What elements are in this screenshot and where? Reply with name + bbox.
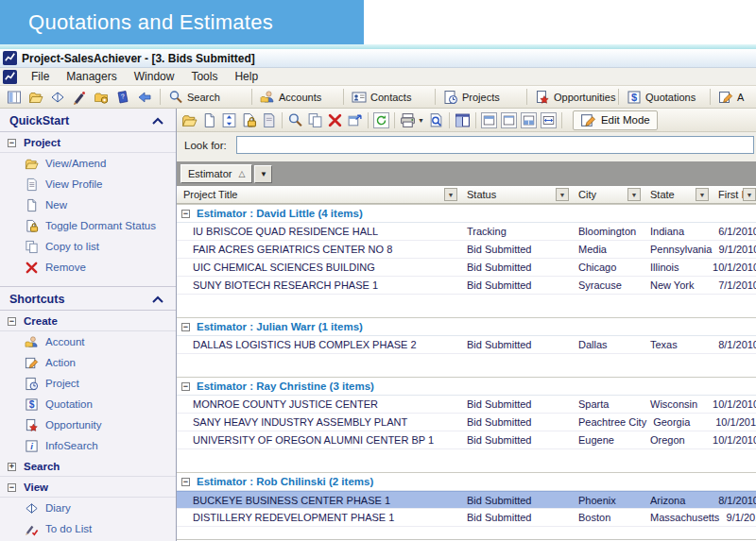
- export-icon[interactable]: [347, 112, 363, 128]
- group-by-estimator-button[interactable]: Estimator △: [180, 164, 252, 183]
- group-header[interactable]: −Estimator : Ray Christine (3 items): [177, 377, 756, 396]
- collapse-icon[interactable]: −: [181, 323, 190, 331]
- view-columns-icon[interactable]: [7, 90, 22, 105]
- printer-icon[interactable]: [400, 112, 416, 128]
- doc-lock-icon[interactable]: [241, 112, 257, 128]
- menu-item-tools[interactable]: Tools: [182, 68, 226, 86]
- collapse-icon[interactable]: −: [8, 317, 16, 326]
- panel-header-shortcuts[interactable]: Shortcuts: [0, 287, 176, 311]
- collapse-icon[interactable]: −: [8, 483, 16, 492]
- collapse-icon[interactable]: −: [181, 478, 190, 486]
- section-header-project[interactable]: −Project: [0, 132, 176, 153]
- column-header-first-inv[interactable]: First Inv▼: [712, 186, 756, 203]
- expand-icon[interactable]: +: [8, 463, 16, 471]
- search-icon[interactable]: [287, 112, 303, 128]
- table-row[interactable]: SANY HEAVY INDUSTRY ASSEMBLY PLANTBid Su…: [177, 414, 756, 431]
- column-filter-button[interactable]: ▼: [627, 188, 641, 201]
- collapse-icon[interactable]: −: [8, 139, 16, 147]
- copy-icon[interactable]: [307, 112, 323, 128]
- table-row[interactable]: DALLAS LOGISTICS HUB COMPLEX PHASE 2Bid …: [177, 336, 756, 354]
- folder-options-icon[interactable]: [94, 90, 109, 105]
- sidebar-item-project[interactable]: Project: [0, 373, 176, 394]
- group-header[interactable]: −Estimator : David Little (4 items): [177, 204, 756, 223]
- sidebar-item-to-do-list[interactable]: To do List: [0, 518, 176, 539]
- table-row[interactable]: FAIR ACRES GERIATRICS CENTER NO 8Bid Sub…: [177, 241, 756, 259]
- section-header-view[interactable]: −View: [0, 477, 176, 498]
- sidebar-item-view-amend[interactable]: View/Amend: [0, 153, 176, 174]
- lookfor-input[interactable]: [236, 136, 754, 154]
- column-filter-button[interactable]: ▼: [696, 188, 709, 201]
- panel-header-quickstart[interactable]: QuickStart: [0, 109, 176, 132]
- ink-pen-icon[interactable]: [72, 90, 87, 105]
- columns-view-icon[interactable]: [455, 112, 471, 128]
- sidebar-item-quotation[interactable]: $Quotation: [0, 394, 176, 414]
- printer-dropdown-caret[interactable]: ▼: [418, 117, 424, 124]
- diary-icon[interactable]: [50, 90, 65, 105]
- menubar: FileManagersWindowToolsHelp: [0, 68, 756, 86]
- doc-updown-icon[interactable]: [221, 112, 237, 128]
- menu-item-help[interactable]: Help: [226, 68, 266, 86]
- column-header-city[interactable]: City▼: [572, 186, 644, 203]
- column-header-status[interactable]: Status▼: [460, 186, 572, 203]
- column-filter-button[interactable]: ▼: [556, 188, 569, 201]
- toolbar-button-opportunities[interactable]: Opportunities: [528, 86, 617, 108]
- sidebar-item-diary[interactable]: Diary: [0, 498, 176, 518]
- doc-plain-icon[interactable]: [261, 112, 277, 128]
- sidebar-item-action[interactable]: Action: [0, 352, 176, 373]
- folder-open-icon[interactable]: [181, 112, 198, 128]
- sidebar-item-copy-to-list[interactable]: Copy to list: [0, 236, 176, 257]
- delete-icon[interactable]: [327, 112, 343, 128]
- layout-split-icon[interactable]: [521, 112, 537, 128]
- table-row[interactable]: SUNY BIOTECH RESEARCH PHASE 1Bid Submitt…: [177, 277, 756, 295]
- menu-item-managers[interactable]: Managers: [58, 68, 125, 86]
- table-row[interactable]: DISTILLERY REDEVELOPMENT PHASE 1Bid Subm…: [177, 509, 756, 527]
- group-header[interactable]: −Estimator : Julian Warr (1 items): [177, 317, 756, 336]
- edit-mode-button[interactable]: Edit Mode: [573, 110, 658, 130]
- preview-icon[interactable]: [428, 112, 444, 128]
- chevron-up-icon[interactable]: [151, 295, 164, 304]
- layout-full-icon[interactable]: [501, 112, 517, 128]
- folder-open-icon[interactable]: [28, 90, 43, 105]
- toolbar-button-accounts[interactable]: Accounts: [253, 86, 342, 108]
- back-arrow-icon[interactable]: [137, 90, 152, 105]
- menu-item-window[interactable]: Window: [126, 68, 183, 86]
- diary-icon: [25, 501, 39, 516]
- section-header-create[interactable]: −Create: [0, 311, 176, 331]
- sidebar-item-opportunity[interactable]: Opportunity: [0, 414, 176, 435]
- sidebar-item-new[interactable]: New: [0, 194, 176, 215]
- help-book-icon[interactable]: ?: [115, 90, 130, 105]
- toolbar-button-a[interactable]: A: [712, 86, 756, 108]
- toolbar-button-quotations[interactable]: $Quotations: [620, 86, 709, 108]
- column-filter-button[interactable]: ▼: [743, 188, 756, 201]
- table-row[interactable]: UIC CHEMICAL SCIENCES BUILDINGBid Submit…: [177, 259, 756, 277]
- refresh-icon[interactable]: [373, 112, 389, 128]
- collapse-icon[interactable]: −: [181, 382, 190, 391]
- section-title: Project: [24, 137, 60, 148]
- section-header-search[interactable]: +Search: [0, 456, 176, 477]
- table-row[interactable]: MONROE COUNTY JUSTICE CENTERBid Submitte…: [177, 396, 756, 414]
- chevron-up-icon[interactable]: [151, 116, 164, 126]
- sidebar-item-toggle-dormant-status[interactable]: Toggle Dormant Status: [0, 215, 176, 236]
- table-row[interactable]: BUCKEYE BUSINESS CENTER PHASE 1Bid Submi…: [177, 491, 756, 509]
- toolbar-button-contacts[interactable]: Contacts: [345, 86, 434, 108]
- column-filter-button[interactable]: ▼: [444, 188, 457, 201]
- group-header[interactable]: −Estimator : Rob Chilinski (2 items): [177, 472, 756, 491]
- table-row[interactable]: IU BRISCOE QUAD RESIDENCE HALLTrackingBl…: [177, 223, 756, 241]
- group-by-dropdown-button[interactable]: ▼: [254, 165, 272, 183]
- collapse-icon[interactable]: −: [181, 210, 190, 218]
- fit-width-icon[interactable]: [541, 112, 557, 128]
- sidebar-item-account[interactable]: Account: [0, 331, 176, 352]
- window-title: Project-SalesAchiever - [3. Bids Submitt…: [22, 52, 255, 65]
- table-row[interactable]: UNIVERSITY OF OREGON ALUMNI CENTER BP 1B…: [177, 431, 756, 449]
- sidebar-item-view-profile[interactable]: View Profile: [0, 174, 176, 194]
- doc-icon[interactable]: [201, 112, 217, 128]
- toolbar-button-projects[interactable]: Projects: [437, 86, 525, 108]
- sidebar-item-infosearch[interactable]: iInfoSearch: [0, 435, 176, 456]
- sidebar-item-remove[interactable]: Remove: [0, 257, 176, 278]
- menu-item-file[interactable]: File: [23, 68, 58, 86]
- column-header-state[interactable]: State▼: [644, 186, 712, 203]
- layout-top-icon[interactable]: [481, 112, 497, 128]
- column-header-project-title[interactable]: Project Title▼: [177, 186, 460, 203]
- toolbar-button-search[interactable]: Search: [162, 86, 250, 108]
- sidebar-panel-quickstart: QuickStart−ProjectView/AmendView Profile…: [0, 109, 176, 278]
